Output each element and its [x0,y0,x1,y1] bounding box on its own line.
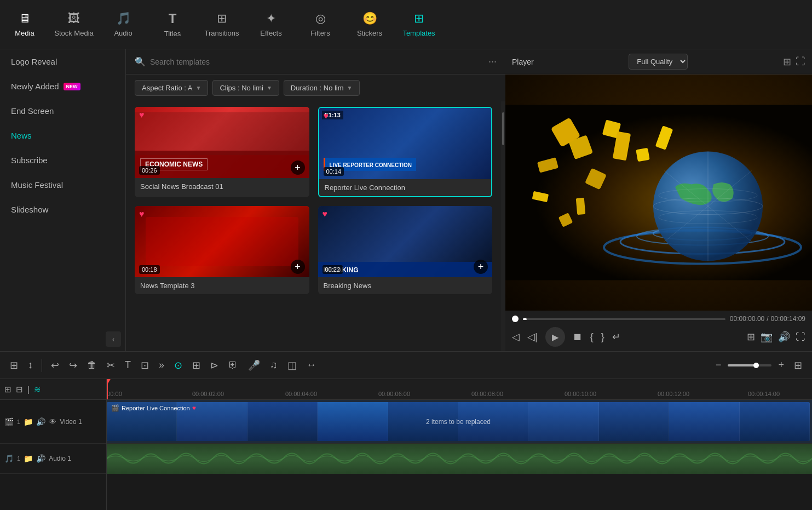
sidebar-subscribe-label: Subscribe [11,156,48,165]
delete-button[interactable]: 🗑 [84,357,100,373]
multi-select-button[interactable]: ⊞ [7,357,21,374]
quality-select[interactable]: Full Quality [629,54,688,70]
template-card-breaking[interactable]: BREAKING ♥ 00:22 + Breaking News [318,206,493,294]
template-3-add-button[interactable]: + [291,260,305,274]
circle-effect-button[interactable]: ⊙ [171,357,186,374]
right-controls: ⊞ 📷 🔊 ⛶ [747,331,805,343]
sidebar-item-logo-reveal[interactable]: Logo Reveal [0,49,125,74]
duration-filter[interactable]: Duration : No lim ▼ [284,80,360,96]
mic-button[interactable]: 🎤 [245,357,263,374]
nav-audio-label: Audio [114,29,132,37]
template-thumb-3: ♥ 00:18 + [135,206,309,277]
audio-folder-icon[interactable]: 📁 [24,454,33,463]
sidebar-item-music-festival[interactable]: Music Festival [0,173,125,197]
fullscreen-icon[interactable]: ⛶ [796,56,805,68]
timeline-ruler: 00:00 00:00:02:00 00:00:04:00 00:00:06:0… [107,379,812,400]
clip-frame-3 [247,402,318,441]
timeline-content[interactable]: 00:00 00:00:02:00 00:00:04:00 00:00:06:0… [107,379,812,510]
mark-out-button[interactable]: ↵ [612,331,620,343]
animate-icon[interactable]: ≋ [34,385,41,394]
sidebar-item-slideshow[interactable]: Slideshow [0,197,125,222]
clips-filter[interactable]: Clips : No limi ▼ [212,80,279,96]
play-button[interactable]: ▶ [545,327,565,347]
template-card-reporter-live[interactable]: LIVE REPORTER CONNECTION E1:13 ♥ 00:14 R… [318,107,493,197]
video-clip[interactable]: 🎬 Reporter Live Connection ♥ 2 items to … [107,402,810,441]
fullscreen-button[interactable]: ⛶ [796,331,805,343]
track-select-button[interactable]: ↕ [25,357,36,373]
sidebar-item-subscribe[interactable]: Subscribe [0,148,125,173]
snapshot-button[interactable]: 📷 [761,331,773,343]
template-2-favorite-icon: ♥ [324,111,329,121]
shield-button[interactable]: ⛨ [225,357,241,373]
video-eye-icon[interactable]: 👁 [49,417,56,426]
resize-button[interactable]: ↔ [303,357,320,373]
template-card-social-news[interactable]: ECONOMIC NEWS ♥ 00:26 + Social News Broa… [135,107,309,197]
undo-button[interactable]: ↩ [48,357,62,374]
nav-stock-media[interactable]: 🖼 Stock Media [49,0,99,49]
scroll-track[interactable] [501,101,505,351]
mark-in-button[interactable]: } [601,331,604,343]
ruler-mark-8: 00:00:08:00 [471,391,503,397]
fast-forward-button[interactable]: » [156,357,168,373]
detect-button[interactable]: ◫ [284,357,300,374]
template-card-3[interactable]: ♥ 00:18 + News Template 3 [135,206,309,294]
step-back-frame-button[interactable]: ◁| [527,331,538,343]
export-button[interactable]: ⊞ [747,331,755,343]
text-button[interactable]: T [122,357,134,373]
sidebar: Logo Reveal Newly Added NEW End Screen N… [0,49,126,351]
more-options-icon[interactable]: ··· [488,56,497,67]
zoom-track[interactable] [728,364,771,366]
nav-stickers[interactable]: 😊 Stickers [345,0,394,49]
preview-globe-bg [505,75,812,311]
step-fwd-button[interactable]: { [590,331,594,343]
sidebar-item-news[interactable]: News [0,123,125,148]
crop-button[interactable]: ⊡ [137,357,152,374]
nav-media[interactable]: 🖥 Media [0,0,49,49]
main-content: Logo Reveal Newly Added NEW End Screen N… [0,49,812,351]
audio-track[interactable] [107,444,812,474]
split-icon[interactable]: | [27,385,30,394]
volume-button[interactable]: 🔊 [778,331,790,343]
copy-button[interactable]: ⊞ [189,357,204,374]
template-1-add-button[interactable]: + [291,161,305,175]
sidebar-news-label: News [11,131,32,140]
nav-effects[interactable]: ✦ Effects [246,0,296,49]
progress-dot[interactable] [512,316,519,322]
nav-titles[interactable]: T Titles [148,0,197,49]
search-input[interactable] [150,58,484,66]
svg-rect-14 [636,148,649,162]
sidebar-item-end-screen[interactable]: End Screen [0,99,125,123]
template-4-add-button[interactable]: + [474,260,488,274]
stop-button[interactable]: ⏹ [573,331,583,343]
sidebar-item-newly-added[interactable]: Newly Added NEW [0,74,125,99]
grid-button[interactable]: ⊞ [791,357,805,374]
nav-templates[interactable]: ⊞ Templates [394,0,444,49]
video-folder-icon[interactable]: 📁 [24,417,33,426]
stickers-icon: 😊 [362,12,377,26]
video-audio-icon[interactable]: 🔊 [36,417,45,426]
step-back-button[interactable]: ◁ [512,331,520,343]
sidebar-collapse-button[interactable]: ‹ [106,331,121,347]
audio-lock-icon[interactable]: 🎵 [4,454,14,463]
nav-filters-label: Filters [310,29,330,37]
video-lock-icon[interactable]: 🎬 [4,417,14,426]
cut-button[interactable]: ✂ [103,357,118,374]
playhead-triangle [107,379,111,385]
zoom-in-button[interactable]: + [775,357,787,373]
template-1-duration: 00:26 [139,166,160,175]
audio-volume-icon[interactable]: 🔊 [36,454,45,463]
nav-audio[interactable]: 🎵 Audio [99,0,148,49]
fit-screen-icon[interactable]: ⊞ [4,385,11,394]
video-track[interactable]: 🎬 Reporter Live Connection ♥ 2 items to … [107,400,812,444]
music-button[interactable]: ♫ [267,357,281,373]
redo-button[interactable]: ↪ [66,357,80,374]
nav-filters[interactable]: ◎ Filters [296,0,345,49]
motion-button[interactable]: ⊳ [207,357,222,374]
aspect-ratio-filter[interactable]: Aspect Ratio : A ▼ [135,80,208,96]
clip-label: 🎬 Reporter Live Connection ♥ [111,404,196,412]
nav-transitions[interactable]: ⊞ Transitions [197,0,246,49]
progress-bar[interactable] [523,318,725,320]
zoom-out-button[interactable]: − [712,357,725,373]
link-icon[interactable]: ⊟ [16,385,23,394]
grid-view-icon[interactable]: ⊞ [783,56,791,68]
